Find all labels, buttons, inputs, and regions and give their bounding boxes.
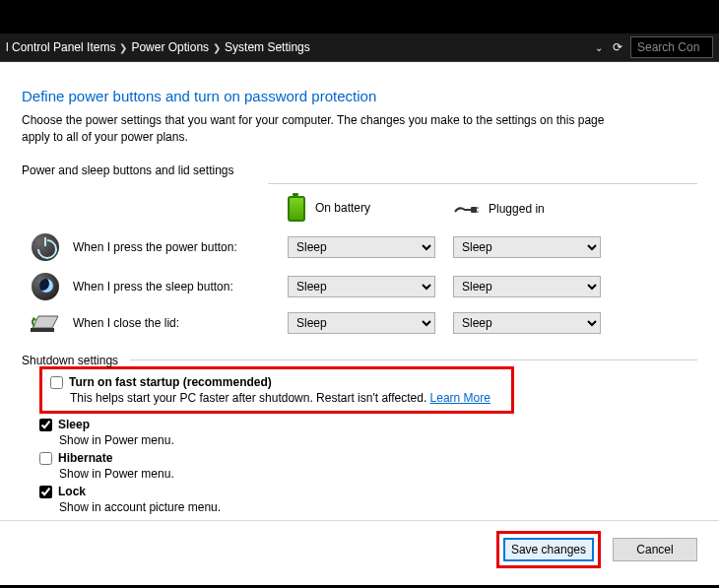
hibernate-checkbox[interactable]	[39, 452, 52, 465]
lock-option-label: Lock	[58, 485, 86, 498]
hibernate-option: Hibernate Show in Power menu.	[39, 451, 697, 481]
row-label: When I press the power button:	[69, 228, 284, 267]
divider	[268, 183, 697, 184]
row-sleep-button: When I press the sleep button: Do nothin…	[22, 267, 615, 306]
row-label: When I close the lid:	[69, 306, 284, 340]
chevron-down-icon[interactable]: ⌄	[595, 42, 603, 53]
fast-startup-checkbox[interactable]	[50, 376, 63, 389]
page-title: Define power buttons and turn on passwor…	[22, 88, 697, 104]
lock-option-desc: Show in account picture menu.	[59, 500, 697, 514]
power-buttons-table: On battery Plugged in When I press the p…	[22, 190, 615, 340]
fast-startup-desc: This helps start your PC faster after sh…	[70, 391, 503, 405]
fast-startup-label: Turn on fast startup (recommended)	[69, 375, 272, 389]
breadcrumb-item[interactable]: Power Options	[131, 40, 209, 54]
power-icon	[32, 233, 59, 261]
sleep-option: Sleep Show in Power menu.	[39, 418, 697, 447]
row-close-lid: When I close the lid: Do nothingSleepHib…	[22, 306, 615, 340]
footer-bar: Save changes Cancel	[0, 520, 719, 568]
section-power-sleep-label: Power and sleep buttons and lid settings	[22, 163, 697, 177]
column-plugged-in: Plugged in	[489, 202, 545, 216]
cancel-button[interactable]: Cancel	[613, 538, 697, 561]
power-battery-select[interactable]: Do nothingSleepHibernateShut down	[288, 236, 435, 258]
lid-battery-select[interactable]: Do nothingSleepHibernateShut down	[288, 312, 435, 334]
hibernate-option-desc: Show in Power menu.	[59, 467, 697, 481]
refresh-icon[interactable]: ⟳	[613, 40, 622, 54]
lock-option: Lock Show in account picture menu.	[39, 485, 697, 514]
column-on-battery: On battery	[315, 201, 370, 215]
laptop-lid-icon	[29, 312, 62, 334]
sleep-plugged-select[interactable]: Do nothingSleepHibernateShut down	[453, 276, 601, 297]
row-power-button: When I press the power button: Do nothin…	[22, 228, 615, 267]
svg-rect-4	[31, 328, 54, 332]
save-button-highlight: Save changes	[496, 531, 601, 568]
address-bar: l Control Panel Items ❯ Power Options ❯ …	[0, 33, 719, 62]
sleep-battery-select[interactable]: Do nothingSleepHibernateShut down	[288, 276, 435, 297]
battery-icon	[288, 196, 305, 222]
content-area: Define power buttons and turn on passwor…	[0, 62, 719, 514]
sleep-option-label: Sleep	[58, 418, 90, 431]
svg-rect-0	[471, 207, 477, 213]
power-plugged-select[interactable]: Do nothingSleepHibernateShut down	[453, 236, 601, 258]
section-shutdown-label: Shutdown settings	[22, 354, 697, 367]
hibernate-option-label: Hibernate	[58, 451, 112, 465]
page-description: Choose the power settings that you want …	[22, 112, 613, 146]
breadcrumb-item[interactable]: l Control Panel Items	[6, 40, 115, 54]
fast-startup-highlight: Turn on fast startup (recommended) This …	[39, 366, 514, 414]
chevron-right-icon: ❯	[119, 42, 127, 53]
chevron-right-icon: ❯	[213, 42, 221, 53]
breadcrumb-item[interactable]: System Settings	[225, 40, 310, 54]
save-button[interactable]: Save changes	[503, 538, 594, 561]
lid-plugged-select[interactable]: Do nothingSleepHibernateShut down	[453, 312, 601, 334]
divider	[130, 359, 697, 360]
learn-more-link[interactable]: Learn More	[430, 391, 490, 405]
sleep-option-desc: Show in Power menu.	[59, 433, 697, 447]
sleep-checkbox[interactable]	[39, 419, 52, 431]
lock-checkbox[interactable]	[39, 486, 52, 498]
search-input[interactable]: Search Con	[630, 36, 713, 58]
svg-marker-3	[33, 316, 58, 328]
breadcrumb[interactable]: l Control Panel Items ❯ Power Options ❯ …	[6, 40, 591, 54]
row-label: When I press the sleep button:	[69, 267, 284, 306]
plug-icon	[453, 204, 479, 214]
window-titlebar	[0, 0, 719, 33]
moon-icon	[32, 273, 59, 300]
